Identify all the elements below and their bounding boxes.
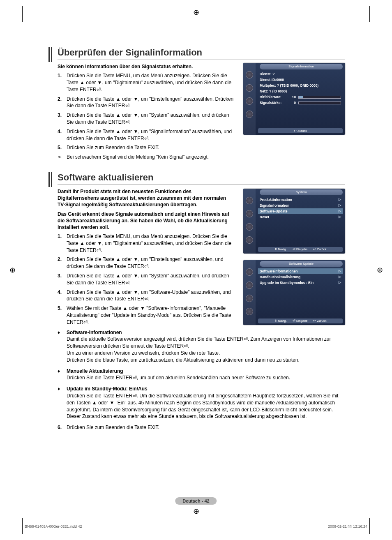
intro-text: Sie können Informationen über den Signal…: [58, 63, 230, 70]
osd-footer-nav: ⇕ Navig.: [274, 319, 287, 323]
step-list: 1.Drücken Sie die Taste MENU, um das Men…: [58, 72, 234, 161]
osd-footer-nav: ⇕ Navig.: [274, 247, 287, 251]
footer-file-name: BN68-01409A-00Ger-0221.indd 42: [25, 524, 82, 528]
sub-title: Software-Informationen: [67, 329, 345, 336]
registration-mark-icon: ⊕: [8, 266, 16, 274]
step-text: Drücken Sie die Taste MENU, um das Menü …: [67, 233, 234, 254]
osd-footer-back: ↩ Zurück: [313, 319, 326, 323]
osd-menu-icon: [246, 282, 253, 289]
osd-footer: ⇕ Navig. ⏎ Eingabe ↩ Zurück: [258, 247, 343, 252]
section-software-update: Software aktualisieren Damit Ihr Produkt…: [58, 172, 345, 431]
osd-footer-enter: ⏎ Eingabe: [293, 319, 308, 323]
osd-field: Multiplex: ? (TSID 0000, ONID 0000): [260, 83, 318, 88]
osd-sidebar: [243, 260, 256, 325]
diamond-bullet-icon: ♦: [58, 329, 67, 364]
osd-progress-bar: [298, 96, 341, 99]
section-heading: Software aktualisieren: [58, 172, 345, 185]
osd-signal-information: DTV Signalinformation Dienst: ? Dienst-I…: [243, 63, 345, 135]
registration-mark-icon: ⊕: [376, 266, 384, 274]
osd-bar-value: 0: [288, 101, 296, 105]
step-number: 5.: [58, 144, 67, 151]
osd-progress-bar: [298, 102, 341, 104]
osd-menu-item-selected: Softwareinformationen: [260, 269, 339, 273]
osd-menu-icon: [246, 71, 253, 78]
step-text: Drücken Sie die Taste ▲ oder ▼, um "Soft…: [67, 289, 234, 303]
osd-footer-back: ↩ Zurück: [313, 247, 326, 251]
registration-mark-icon: ⊕: [192, 8, 200, 16]
osd-title: Software-Update: [260, 261, 343, 267]
intro-text: Damit Ihr Produkt stets mit den neuesten…: [58, 188, 230, 208]
step-text: Drücken Sie die Taste ▲ oder ▼, um "Syst…: [67, 272, 234, 286]
osd-sidebar: [243, 63, 256, 135]
osd-bar-label: Signalstärke:: [260, 101, 288, 105]
step-text: Drücken Sie die Taste MENU, um das Menü …: [67, 72, 234, 93]
osd-footer-enter: ⏎ Eingabe: [293, 247, 308, 251]
step-text: Drücken Sie die Taste ▲ oder ▼, um "Eins…: [67, 256, 234, 270]
chevron-right-icon: ▷: [339, 209, 341, 213]
osd-sidebar: [243, 189, 256, 254]
osd-bar-value: 10: [288, 95, 296, 99]
crop-mark: [369, 518, 370, 534]
step-number: 3.: [58, 272, 67, 286]
osd-menu-icon: [246, 84, 253, 92]
osd-menu-icon: [246, 210, 253, 217]
osd-software-update-menu: DTV Software-Update Softwareinformatione…: [243, 260, 345, 325]
osd-field: Dienst-ID:0000: [260, 78, 284, 82]
intro-text: Das Gerät erkennt diese Signale automati…: [58, 211, 230, 231]
note-text: Bei schwachem Signal wird die Meldung "K…: [67, 154, 234, 161]
step-number: 6.: [58, 424, 67, 431]
osd-title: Signalinformation: [260, 64, 343, 69]
osd-menu-icon: [246, 223, 253, 231]
osd-menu-item: Handbuchaktualisierung: [260, 275, 339, 279]
osd-footer-back: ↩ Zurück: [294, 129, 307, 133]
osd-menu-icon: [246, 268, 253, 276]
sub-title: Update im Standby-Modu: Ein/Aus: [67, 385, 345, 392]
osd-menu-icon: [246, 308, 253, 315]
page-number-pill: Deutsch - 42: [175, 497, 217, 505]
step-list: 1.Drücken Sie die Taste MENU, um das Men…: [58, 233, 234, 326]
section-heading: Überprüfen der Signalinformation: [58, 47, 345, 60]
chevron-right-icon: ▷: [339, 198, 341, 201]
osd-menu-item: Upgrade im Standbymodus : Ein: [260, 281, 339, 285]
sub-title: Manuelle Aktualisierung: [67, 368, 345, 375]
sub-body-text: Damit die aktuelle Softwareversion angez…: [67, 336, 331, 362]
diamond-bullet-icon: ♦: [58, 385, 67, 420]
chevron-right-icon: ▷: [339, 215, 341, 219]
osd-field: Dienst: ?: [260, 72, 274, 76]
osd-menu-item-selected: Software-Update: [260, 209, 339, 213]
osd-menu-icon: [246, 236, 253, 244]
osd-menu-icon: [246, 111, 253, 118]
step-list: 6.Drücken Sie zum Beenden die Taste EXIT…: [58, 424, 345, 431]
osd-footer: ⇕ Navig. ⏎ Eingabe ↩ Zurück: [258, 318, 343, 323]
note-arrow-icon: ➣: [58, 154, 67, 161]
osd-menu-item: Produktinformation: [260, 198, 339, 202]
step-text: Drücken Sie zum Beenden die Taste EXIT.: [67, 144, 234, 151]
osd-menu-item: Reset: [260, 215, 339, 219]
registration-mark-icon: ⊕: [192, 507, 200, 515]
chevron-right-icon: ▷: [339, 269, 341, 273]
step-number: 4.: [58, 289, 67, 303]
step-number: 3.: [58, 112, 67, 126]
step-number: 1.: [58, 233, 67, 254]
diamond-bullet-icon: ♦: [58, 368, 67, 382]
step-number: 2.: [58, 256, 67, 270]
sub-body-text: Drücken Sie die Taste ENTER⏎. Um die Sof…: [67, 393, 338, 419]
osd-system-menu: DTV System Produktinformation▷ Signalinf…: [243, 189, 345, 254]
step-text: Drücken Sie die Taste ▲ oder ▼, um "Syst…: [67, 112, 234, 126]
footer-timestamp: 2008-02-21 ▯▯ 12:16:24: [328, 524, 367, 528]
crop-mark: [22, 6, 23, 22]
crop-mark: [22, 518, 23, 534]
sub-list: ♦ Software-Informationen Damit die aktue…: [58, 329, 345, 420]
osd-title: System: [260, 189, 343, 195]
chevron-right-icon: ▷: [339, 281, 341, 284]
step-text: Drücken Sie die Taste ▲ oder ▼, um "Sign…: [67, 128, 234, 142]
osd-menu-icon: [246, 97, 253, 105]
osd-menu-icon: [246, 295, 253, 302]
step-number: 4.: [58, 128, 67, 142]
osd-menu-item: Signalinformation: [260, 203, 339, 208]
sub-body-text: Drücken Sie die Taste ENTER⏎, um auf den…: [67, 375, 290, 381]
osd-field: Netz: ? (ID 0000): [260, 89, 287, 93]
chevron-right-icon: ▷: [339, 203, 341, 207]
section-signal-info: Überprüfen der Signalinformation Sie kön…: [58, 47, 345, 161]
step-number: 5.: [58, 305, 67, 325]
